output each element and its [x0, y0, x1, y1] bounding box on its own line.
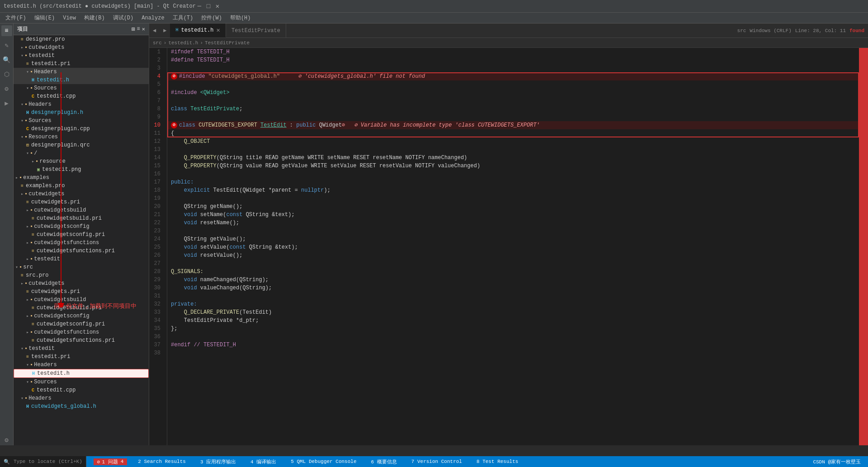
tree-item-24[interactable]: ≡cutewidgetsconfig.pri	[14, 231, 149, 239]
menu-edit[interactable]: 编辑(E)	[31, 13, 59, 23]
code-line-23[interactable]	[167, 227, 859, 235]
tree-item-32[interactable]: ▸ ▪ cutewidgetsbuild	[14, 296, 149, 304]
tree-item-44[interactable]: ▾ ▪ Headers	[14, 394, 149, 402]
code-content[interactable]: #ifndef TESTEDIT_H#define TESTEDIT_H⊘#in…	[167, 48, 859, 445]
code-line-17[interactable]: public:	[167, 178, 859, 186]
code-line-20[interactable]: QString getName();	[167, 203, 859, 211]
activity-test-icon[interactable]: ▶	[1, 98, 12, 108]
tree-item-36[interactable]: ▸ ▪ cutewidgetsfunctions	[14, 328, 149, 336]
code-line-15[interactable]: Q_PROPERTY(QString value READ getValue W…	[167, 162, 859, 170]
tree-item-6[interactable]: ▾ ▪ Sources	[14, 84, 149, 92]
tree-item-41[interactable]: Htestedit.h	[14, 369, 149, 378]
tree-item-27[interactable]: ▸ ▪ testedit	[14, 255, 149, 263]
code-line-33[interactable]: Q_DECLARE_PRIVATE(TestEdit)	[167, 308, 859, 316]
code-line-36[interactable]	[167, 333, 859, 341]
activity-project-icon[interactable]: ≡	[1, 25, 12, 36]
tree-item-34[interactable]: ▸ ▪ cutewidgetsconfig	[14, 312, 149, 320]
tree-item-5[interactable]: Htestedit.h	[14, 76, 149, 84]
code-line-7[interactable]	[167, 97, 859, 105]
menu-analyze[interactable]: Analyze	[138, 14, 168, 22]
code-line-2[interactable]: #define TESTEDIT_H	[167, 56, 859, 64]
code-line-38[interactable]	[167, 349, 859, 357]
menu-controls[interactable]: 控件(W)	[198, 13, 226, 23]
activity-settings-icon[interactable]: ⚙	[1, 434, 12, 445]
tree-item-4[interactable]: ▾ ▪ Headers	[14, 68, 149, 76]
tree-item-20[interactable]: ≡cutewidgets.pri	[14, 198, 149, 206]
code-line-3[interactable]	[167, 64, 859, 72]
tree-item-0[interactable]: ≡designer.pro	[14, 35, 149, 43]
status-compile-output[interactable]: 4 编译输出	[247, 458, 280, 465]
tree-item-1[interactable]: ▸ ▪ cutewidgets	[14, 43, 149, 52]
code-line-18[interactable]: explicit TestEdit(QWidget *parent = null…	[167, 186, 859, 194]
tab-testeditprivate[interactable]: TestEditPrivate	[226, 24, 286, 38]
code-line-24[interactable]: QString getValue();	[167, 235, 859, 243]
tree-item-40[interactable]: ▾ ▪ Headers	[14, 361, 149, 369]
tree-item-38[interactable]: ▾ ▪ testedit	[14, 344, 149, 353]
tree-item-9[interactable]: Hdesignerplugin.h	[14, 108, 149, 117]
code-line-9[interactable]	[167, 113, 859, 121]
activity-debug-icon[interactable]: ⬡	[1, 69, 12, 80]
sidebar-close-icon[interactable]: ✕	[142, 26, 145, 33]
tab-nav-left[interactable]: ◀	[149, 25, 160, 36]
code-line-35[interactable]: };	[167, 325, 859, 333]
code-line-30[interactable]: void valueChanged(QString);	[167, 284, 859, 292]
code-line-27[interactable]	[167, 259, 859, 268]
tree-item-11[interactable]: Cdesignerplugin.cpp	[14, 125, 149, 133]
code-line-22[interactable]: void resetName();	[167, 219, 859, 227]
code-line-11[interactable]: {	[167, 129, 859, 137]
tree-item-13[interactable]: ⊞designerplugin.qrc	[14, 141, 149, 149]
status-test-results[interactable]: 8 Test Results	[473, 459, 522, 464]
tree-item-42[interactable]: ▾ ▪ Sources	[14, 378, 149, 386]
close-button[interactable]: ✕	[214, 3, 221, 10]
activity-search-icon[interactable]: 🔍	[1, 54, 12, 65]
menu-build[interactable]: 构建(B)	[80, 13, 108, 23]
code-line-19[interactable]	[167, 194, 859, 203]
tree-item-43[interactable]: Ctestedit.cpp	[14, 386, 149, 394]
tree-item-16[interactable]: ▣testedit.png	[14, 165, 149, 174]
tree-item-14[interactable]: ▾ ▪ /	[14, 149, 149, 157]
code-line-28[interactable]: Q_SIGNALS:	[167, 268, 859, 276]
tree-item-2[interactable]: ▾ ▪ testedit	[14, 52, 149, 60]
code-line-25[interactable]: void setValue(const QString &text);	[167, 243, 859, 251]
code-line-1[interactable]: #ifndef TESTEDIT_H	[167, 48, 859, 56]
tree-item-19[interactable]: ▸ ▪ cutewidgets	[14, 190, 149, 198]
tree-item-30[interactable]: ▸ ▪ cutewidgets	[14, 279, 149, 288]
tree-item-22[interactable]: ≡cutewidgetsbuild.pri	[14, 214, 149, 222]
tree-item-26[interactable]: ≡cutewidgetsfunctions.pri	[14, 247, 149, 255]
activity-build-icon[interactable]: ⚙	[1, 83, 12, 94]
tree-item-15[interactable]: ▸ ▪ resource	[14, 157, 149, 165]
status-search-input[interactable]: 🔍 Type to locate (Ctrl+K)	[0, 456, 86, 467]
code-line-4[interactable]: ⊘#include "cutewidgets_global.h"⊘ 'cutew…	[167, 72, 859, 80]
status-version-control[interactable]: 7 Version Control	[408, 459, 466, 464]
tree-item-29[interactable]: ≡src.pro	[14, 271, 149, 279]
code-line-6[interactable]: #include <QWidget>	[167, 89, 859, 97]
status-errors[interactable]: ⊘ 1 问题 4	[94, 458, 127, 465]
code-line-13[interactable]	[167, 146, 859, 154]
tree-item-28[interactable]: ▾ ▪ src	[14, 263, 149, 271]
code-line-21[interactable]: void setName(const QString &text);	[167, 211, 859, 219]
tree-item-3[interactable]: ≡testedit.pri	[14, 60, 149, 68]
tree-item-45[interactable]: Hcutewidgets_global.h	[14, 402, 149, 410]
status-app-output[interactable]: 3 应用程序输出	[197, 458, 240, 465]
breadcrumb-class[interactable]: TestEditPrivate	[205, 40, 250, 46]
tree-item-21[interactable]: ▸ ▪ cutewidgetsbuild	[14, 206, 149, 214]
tree-item-8[interactable]: ▾ ▪ Headers	[14, 100, 149, 108]
tab-testedit-h[interactable]: H testedit.h ✕	[170, 24, 226, 38]
code-line-14[interactable]: Q_PROPERTY(QString title READ getName WR…	[167, 154, 859, 162]
code-line-8[interactable]: class TestEditPrivate;	[167, 105, 859, 113]
activity-edit-icon[interactable]: ✎	[1, 40, 12, 51]
tree-item-7[interactable]: Ctestedit.cpp	[14, 92, 149, 100]
sidebar-filter-icon[interactable]: ⊞	[132, 26, 135, 33]
code-line-10[interactable]: ⊘class CUTEWIDGETS_EXPORT TestEdit : pub…	[167, 121, 859, 129]
code-line-12[interactable]: Q_OBJECT	[167, 137, 859, 146]
code-line-16[interactable]	[167, 170, 859, 178]
status-messages[interactable]: 6 概要信息	[368, 458, 401, 465]
menu-view[interactable]: View	[59, 14, 80, 22]
tree-item-31[interactable]: ≡cutewidgets.pri	[14, 288, 149, 296]
sidebar-expand-icon[interactable]: ≡	[137, 26, 140, 33]
tab-close-testedit-h[interactable]: ✕	[217, 26, 220, 34]
code-line-32[interactable]: private:	[167, 300, 859, 308]
menu-debug[interactable]: 调试(D)	[109, 13, 137, 23]
breadcrumb-src[interactable]: src	[153, 40, 162, 46]
tree-item-18[interactable]: ≡examples.pro	[14, 182, 149, 190]
